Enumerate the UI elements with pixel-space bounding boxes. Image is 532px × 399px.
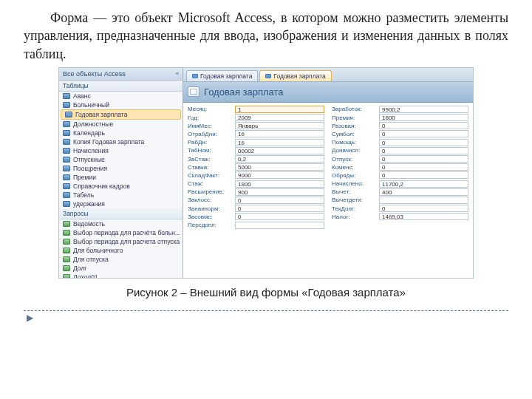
- sidebar-item-table[interactable]: Годовая зарплата: [61, 109, 181, 120]
- tab-form-1[interactable]: Годовая зарплата: [186, 70, 258, 81]
- field-input[interactable]: 0: [379, 122, 468, 129]
- field-input[interactable]: 0: [379, 155, 468, 163]
- form-field: Разовая:0: [332, 122, 468, 129]
- sidebar-item-query[interactable]: Для больничного: [59, 246, 183, 255]
- field-input[interactable]: [235, 222, 324, 229]
- sidebar-item-table[interactable]: Табель: [59, 191, 183, 200]
- field-label: Занаинорм:: [188, 205, 232, 212]
- field-input[interactable]: 16: [235, 130, 324, 137]
- table-icon: [63, 174, 70, 180]
- field-label: Премия:: [332, 115, 376, 121]
- sidebar-item-table[interactable]: Календарь: [59, 129, 183, 137]
- sidebar-item-label: удержания: [73, 200, 105, 208]
- sidebar-item-label: Долг: [73, 265, 86, 272]
- field-input[interactable]: 0: [379, 205, 468, 212]
- field-input[interactable]: 1800: [379, 114, 468, 121]
- tab-bar: Годовая зарплата Годовая зарплата: [183, 68, 473, 82]
- sidebar-item-label: Премии: [73, 174, 96, 181]
- nav-section-queries[interactable]: Запросы: [59, 208, 183, 219]
- sidebar-item-query[interactable]: Ведомость: [59, 219, 183, 228]
- sidebar-item-label: Больничный: [73, 101, 109, 109]
- nav-header-label: Все объекты Access: [63, 70, 126, 78]
- field-input[interactable]: 0: [379, 163, 468, 171]
- field-label: Вычетдети:: [332, 197, 376, 203]
- sidebar-item-table[interactable]: Копия Годовая зарплата: [59, 137, 183, 146]
- field-input[interactable]: 1800: [235, 180, 324, 188]
- field-input[interactable]: 0: [379, 130, 468, 137]
- field-input[interactable]: 0,2: [235, 155, 324, 163]
- field-label: Коменс:: [332, 164, 376, 171]
- footer-divider: ▶: [24, 310, 508, 321]
- table-icon: [63, 183, 70, 189]
- form-field: Сумбол:0: [332, 130, 468, 137]
- sidebar-item-query[interactable]: Выбор периода для расчета отпуска: [59, 237, 183, 246]
- field-label: Заработок:: [332, 106, 376, 112]
- field-input[interactable]: 9000: [235, 171, 324, 179]
- form-field: Занаинорм:0: [188, 205, 324, 212]
- field-label: Начислено:: [332, 180, 376, 187]
- form-header: Годовая зарплата: [183, 82, 473, 103]
- form-field: Стаж:1800: [188, 180, 324, 188]
- sidebar-item-table[interactable]: Отпускные: [59, 155, 183, 164]
- field-input[interactable]: 0: [379, 171, 468, 179]
- sidebar-item-query[interactable]: Доход01: [59, 273, 183, 279]
- field-input[interactable]: [379, 197, 468, 204]
- sidebar-item-table[interactable]: Поощрения: [59, 164, 183, 173]
- field-input[interactable]: Январь: [235, 122, 324, 129]
- form-field: Помощь:0: [332, 139, 468, 146]
- tab-label: Годовая зарплата: [273, 72, 325, 80]
- sidebar-item-query[interactable]: Выбор периода для расчёта больн...: [59, 228, 183, 237]
- field-label: Заклосс:: [188, 197, 232, 203]
- nav-header[interactable]: Все объекты Access «: [59, 68, 183, 81]
- field-input[interactable]: 900: [235, 188, 324, 196]
- field-label: Доначисл:: [332, 147, 376, 154]
- form-field: Расширение:900: [188, 188, 324, 196]
- query-icon: [63, 274, 70, 279]
- tab-label: Годовая зарплата: [200, 72, 252, 80]
- form-field: ЗаСтаж:0,2: [188, 155, 324, 163]
- sidebar-item-label: Годовая зарплата: [75, 111, 127, 118]
- field-label: ЗаСтаж:: [188, 156, 232, 163]
- field-input[interactable]: 9900,2: [379, 106, 468, 113]
- field-input[interactable]: 5000: [235, 163, 324, 171]
- field-input[interactable]: 0: [379, 139, 468, 146]
- field-input[interactable]: 0: [379, 147, 468, 154]
- field-label: Отпуск:: [332, 156, 376, 163]
- field-input[interactable]: 16: [235, 139, 324, 146]
- field-input[interactable]: 400: [379, 188, 468, 196]
- sidebar-item-query[interactable]: Долг: [59, 264, 183, 273]
- sidebar-item-table[interactable]: Должностные: [59, 120, 183, 129]
- field-input[interactable]: 1: [235, 106, 324, 113]
- field-input[interactable]: 2009: [235, 114, 324, 121]
- tab-form-2-active[interactable]: Годовая зарплата: [259, 70, 331, 81]
- field-label: Персдопл:: [188, 222, 232, 228]
- query-icon: [63, 256, 70, 262]
- sidebar-item-query[interactable]: Для отпуска: [59, 255, 183, 264]
- field-input[interactable]: 00002: [235, 147, 324, 154]
- sidebar-item-table[interactable]: Аванс: [59, 92, 183, 100]
- field-input[interactable]: 1469,03: [379, 213, 468, 220]
- sidebar-item-table[interactable]: Больничный: [59, 100, 183, 109]
- field-label: СкладФакт:: [188, 172, 232, 179]
- field-input[interactable]: 11700,2: [379, 180, 468, 188]
- field-input[interactable]: 0: [235, 197, 324, 204]
- form-field: Отпуск:0: [332, 155, 468, 163]
- form-field: Ставка:5000: [188, 163, 324, 171]
- field-label: ИмяМес:: [188, 123, 232, 129]
- sidebar-item-table[interactable]: Начисления: [59, 146, 183, 155]
- query-icon: [63, 221, 70, 227]
- sidebar-item-table[interactable]: Справочник кадров: [59, 182, 183, 191]
- field-label: РабДн:: [188, 139, 232, 146]
- nav-section-tables[interactable]: Таблицы: [59, 81, 183, 92]
- table-icon: [63, 130, 70, 136]
- table-icon: [63, 157, 70, 163]
- sidebar-item-table[interactable]: Премии: [59, 173, 183, 182]
- collapse-icon[interactable]: «: [176, 70, 179, 77]
- sidebar-item-label: Отпускные: [73, 156, 105, 163]
- form-field: Заработок:9900,2: [332, 106, 468, 113]
- field-input[interactable]: 0: [235, 205, 324, 212]
- field-label: Ставка:: [188, 164, 232, 171]
- field-input[interactable]: 0: [235, 213, 324, 220]
- field-label: Год:: [188, 115, 232, 121]
- sidebar-item-table[interactable]: удержания: [59, 200, 183, 208]
